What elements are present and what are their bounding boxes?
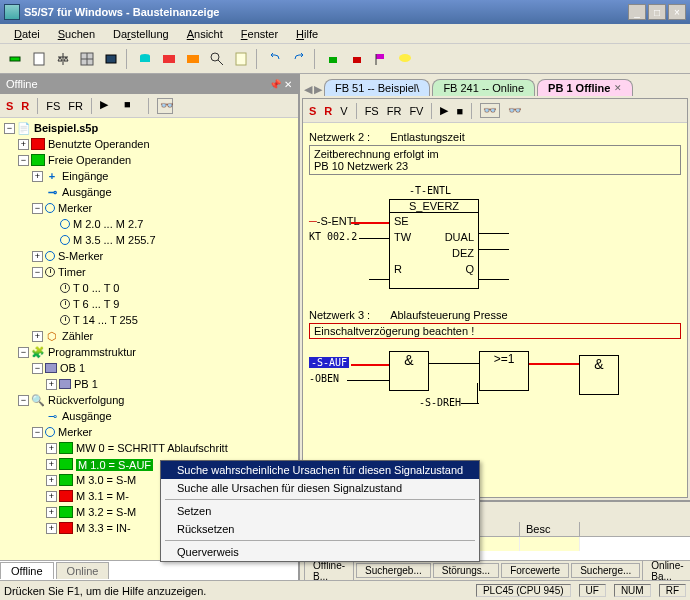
diagram-body[interactable]: Netzwerk 2 : Entlastungszeit Zeitberechn… [303, 123, 687, 497]
nw3-and2-box[interactable]: & [579, 355, 619, 395]
col-besc[interactable]: Besc [520, 522, 580, 536]
tree-m30[interactable]: M 3.0 = S-M [76, 474, 136, 486]
tree-r-ausg[interactable]: Ausgänge [62, 410, 112, 422]
tool-flag-icon[interactable] [370, 48, 392, 70]
left-tb-fr[interactable]: FR [68, 100, 83, 112]
tab-fb241[interactable]: FB 241 -- Online [432, 79, 535, 96]
btab-2[interactable]: Störungs... [433, 563, 499, 578]
tree-r-merker[interactable]: Merker [58, 426, 92, 438]
ctx-sep2 [165, 540, 475, 541]
nw3-and-box[interactable]: & [389, 351, 429, 391]
tool-chat-icon[interactable] [394, 48, 416, 70]
left-tb-glasses-icon[interactable]: 👓 [157, 98, 173, 114]
menu-hilfe[interactable]: Hilfe [288, 26, 326, 42]
dtb-r[interactable]: R [324, 105, 332, 117]
dtb-fv[interactable]: FV [409, 105, 423, 117]
tree-eing[interactable]: Eingänge [62, 170, 109, 182]
left-tb-r[interactable]: R [21, 100, 29, 112]
tool-orange-icon[interactable] [182, 48, 204, 70]
tree-zaehler[interactable]: Zähler [62, 330, 93, 342]
tool-plug-red-icon[interactable] [346, 48, 368, 70]
tool-grid-icon[interactable] [76, 48, 98, 70]
tree-merker[interactable]: Merker [58, 202, 92, 214]
dtb-glasses2-icon[interactable]: 👓 [508, 104, 522, 117]
tree-m-range1[interactable]: M 3.5 ... M 255.7 [73, 234, 156, 246]
ctx-item-xref[interactable]: Querverweis [161, 543, 479, 561]
dtb-s[interactable]: S [309, 105, 316, 117]
statusbar: Drücken Sie F1, um die Hilfe anzuzeigen.… [0, 580, 690, 600]
tab-nav-prev[interactable]: ◀ [304, 83, 312, 96]
tab-offline[interactable]: Offline [0, 562, 54, 579]
tree-benutzte[interactable]: Benutzte Operanden [48, 138, 150, 150]
dtb-stop-icon[interactable]: ■ [456, 105, 463, 117]
tree-t0[interactable]: T 0 ... T 0 [73, 282, 119, 294]
tool-db-icon[interactable] [134, 48, 156, 70]
btab-4[interactable]: Sucherge... [571, 563, 640, 578]
btab-5[interactable]: Online-Ba... [642, 560, 690, 580]
nw2-fbd-box[interactable]: S_EVERZ SE TWDUAL DEZ RQ [389, 199, 479, 289]
nw3-or-box[interactable]: >=1 [479, 351, 529, 391]
tree-t2[interactable]: T 14 ... T 255 [73, 314, 138, 326]
menu-darstellung[interactable]: Darstellung [105, 26, 177, 42]
left-tb-s[interactable]: S [6, 100, 13, 112]
tree-m31[interactable]: M 3.1 = M- [76, 490, 129, 502]
left-tb-go-icon[interactable]: ▶ [100, 98, 116, 114]
tool-connection-icon[interactable] [4, 48, 26, 70]
menu-ansicht[interactable]: Ansicht [179, 26, 231, 42]
nw3-sauf[interactable]: -S-AUF [309, 357, 349, 368]
ctx-item-probable-causes[interactable]: Suche wahrscheinliche Ursachen für diese… [161, 461, 479, 479]
minimize-button[interactable]: _ [628, 4, 646, 20]
menu-datei[interactable]: Datei [6, 26, 48, 42]
tree-t1[interactable]: T 6 ... T 9 [73, 298, 119, 310]
menu-suchen[interactable]: Suchen [50, 26, 103, 42]
tree-m33[interactable]: M 3.3 = IN- [76, 522, 131, 534]
tree-rueck[interactable]: Rückverfolgung [48, 394, 124, 406]
btab-1[interactable]: Suchergeb... [356, 563, 431, 578]
ctx-item-all-causes[interactable]: Suche alle Ursachen für diesen Signalzus… [161, 479, 479, 497]
tree-smerker[interactable]: S-Merker [58, 250, 103, 262]
tree-timer[interactable]: Timer [58, 266, 86, 278]
ctx-item-set[interactable]: Setzen [161, 502, 479, 520]
tool-red-icon[interactable] [158, 48, 180, 70]
tree-root[interactable]: Beispiel.s5p [34, 122, 98, 134]
dtb-v[interactable]: V [340, 105, 347, 117]
pb-icon [59, 379, 71, 389]
menu-fenster[interactable]: Fenster [233, 26, 286, 42]
btab-3[interactable]: Forcewerte [501, 563, 569, 578]
tree-ob1[interactable]: OB 1 [60, 362, 85, 374]
tool-find-icon[interactable] [206, 48, 228, 70]
dtb-fr[interactable]: FR [387, 105, 402, 117]
left-tb-fs[interactable]: FS [46, 100, 60, 112]
tool-plug-green-icon[interactable] [322, 48, 344, 70]
tool-file-icon[interactable] [230, 48, 252, 70]
nw2-comment: Zeitberechnung erfolgt im PB 10 Netzwerk… [309, 145, 681, 175]
tree-prog[interactable]: Programmstruktur [48, 346, 136, 358]
expand-icon[interactable]: − [4, 123, 15, 134]
tool-undo-icon[interactable] [264, 48, 286, 70]
tree-m-range0[interactable]: M 2.0 ... M 2.7 [73, 218, 143, 230]
close-tab-icon[interactable]: ✕ [614, 83, 622, 93]
tool-chip-icon[interactable] [100, 48, 122, 70]
tool-redo-icon[interactable] [288, 48, 310, 70]
close-button[interactable]: × [668, 4, 686, 20]
ctx-item-reset[interactable]: Rücksetzen [161, 520, 479, 538]
tree-m10[interactable]: M 1.0 = S-AUF [76, 459, 153, 471]
tree-ausg[interactable]: Ausgänge [62, 186, 112, 198]
tab-nav-next[interactable]: ▶ [314, 83, 322, 96]
tab-online[interactable]: Online [56, 562, 110, 579]
tree-pb1[interactable]: PB 1 [74, 378, 98, 390]
tab-fb51[interactable]: FB 51 -- Beispiel\ [324, 79, 430, 96]
btab-0[interactable]: Offline-B... [304, 560, 354, 580]
dtb-fs[interactable]: FS [365, 105, 379, 117]
tab-pb1[interactable]: PB 1 Offline✕ [537, 79, 633, 96]
dtb-glasses-icon[interactable]: 👓 [480, 103, 500, 118]
left-tb-stop-icon[interactable]: ■ [124, 98, 140, 114]
dtb-go-icon[interactable]: ▶ [440, 104, 448, 117]
tree-freie[interactable]: Freie Operanden [48, 154, 131, 166]
maximize-button[interactable]: □ [648, 4, 666, 20]
tool-balance-icon[interactable] [52, 48, 74, 70]
tree-mw[interactable]: MW 0 = SCHRITT Ablaufschritt [76, 442, 228, 454]
tool-doc-icon[interactable] [28, 48, 50, 70]
tree-m32[interactable]: M 3.2 = S-M [76, 506, 136, 518]
titlebar: S5/S7 für Windows - Bausteinanzeige _ □ … [0, 0, 690, 24]
